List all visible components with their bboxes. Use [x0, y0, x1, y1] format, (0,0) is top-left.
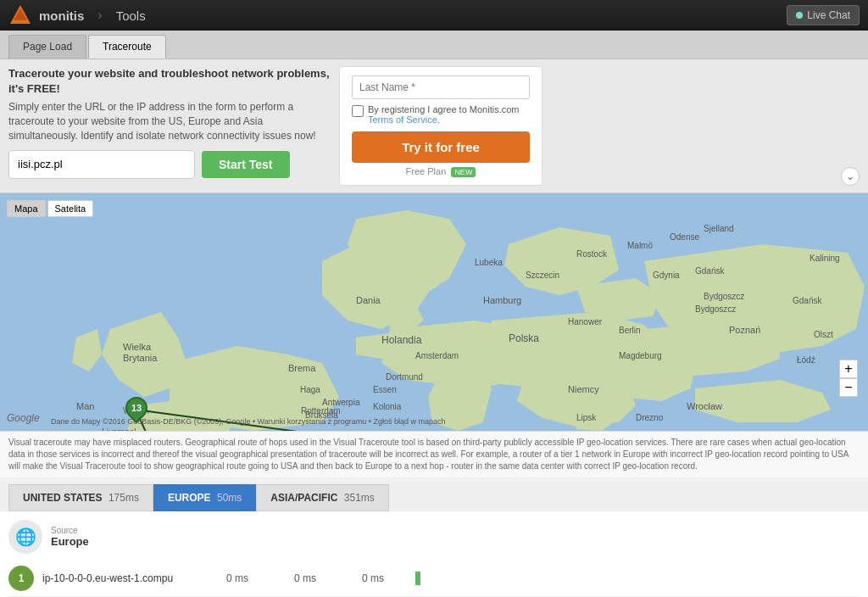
terms-row: By registering I agree to Monitis.com Te… — [352, 104, 530, 125]
svg-marker-15 — [517, 367, 636, 427]
result-tab-asia[interactable]: ASIA/PACIFIC 351ms — [256, 484, 389, 511]
map-area: Wielka Brytania ANGLIA WALIA Dania Holan… — [0, 193, 868, 431]
svg-text:Bydgoszcz: Bydgoszcz — [704, 292, 744, 301]
svg-marker-18 — [500, 359, 593, 388]
app-header: monitis › Tools Live Chat — [0, 0, 868, 31]
zoom-controls: + − — [839, 360, 858, 397]
svg-text:Gdynia: Gdynia — [653, 271, 680, 280]
svg-marker-13 — [644, 244, 865, 354]
collapse-button[interactable]: ⌄ — [841, 167, 860, 186]
svg-text:Lubeka: Lubeka — [475, 258, 503, 267]
svg-marker-16 — [356, 333, 398, 359]
top-panel: Traceroute your website and troubleshoot… — [0, 59, 868, 193]
terms-link[interactable]: Terms of Service. — [368, 114, 440, 125]
result-tab-us[interactable]: UNITED STATES 175ms — [8, 484, 153, 511]
svg-text:Sjelland: Sjelland — [704, 224, 734, 233]
hop-row-1: 1 ip-10-0-0-0.eu-west-1.compu 0 ms 0 ms … — [8, 561, 860, 597]
svg-text:Rostock: Rostock — [576, 249, 608, 259]
svg-text:Kolonia: Kolonia — [373, 402, 402, 411]
svg-marker-4 — [72, 329, 102, 371]
app-name: monitis — [39, 8, 84, 23]
try-free-button[interactable]: Try it for free — [352, 131, 530, 163]
satellite-view-button[interactable]: Satelita — [47, 200, 94, 217]
svg-text:Niemcy: Niemcy — [568, 384, 599, 394]
description-area: Traceroute your website and troubleshoot… — [8, 66, 331, 179]
live-chat-button[interactable]: Live Chat — [787, 5, 860, 25]
source-row: 🌐 Source Europe — [8, 520, 860, 554]
start-test-button[interactable]: Start Test — [202, 151, 290, 178]
map-view-button[interactable]: Mapa — [7, 200, 46, 217]
svg-marker-7 — [322, 236, 432, 329]
svg-text:Gdańsk: Gdańsk — [793, 296, 822, 305]
page-title: Tools — [116, 8, 146, 23]
svg-text:Odense: Odense — [670, 232, 699, 242]
svg-marker-19 — [504, 227, 619, 295]
last-name-input[interactable] — [352, 75, 530, 99]
svg-text:Polska: Polska — [509, 332, 539, 344]
svg-text:Rotterdam: Rotterdam — [301, 406, 341, 416]
svg-marker-12 — [576, 278, 661, 321]
hop-bar-1 — [415, 572, 420, 585]
description-body: Simply enter the URL or the IP address i… — [8, 100, 331, 142]
map-controls: Mapa Satelita — [7, 200, 93, 217]
hop-ip-1: ip-10-0-0-0.eu-west-1.compu — [34, 572, 203, 584]
marker-13-label: 13 — [131, 403, 142, 413]
svg-marker-22 — [576, 405, 619, 431]
header-separator: › — [97, 8, 102, 23]
svg-marker-23 — [695, 380, 831, 422]
hop-num-1: 1 — [8, 566, 34, 591]
svg-marker-17 — [470, 338, 542, 367]
url-input[interactable] — [8, 150, 195, 179]
svg-text:Dania: Dania — [356, 295, 381, 305]
traceroute-table: 🌐 Source Europe 1 ip-10-0-0-0.eu-west-1.… — [0, 511, 868, 597]
svg-text:Olszt: Olszt — [814, 330, 833, 339]
svg-text:Haga: Haga — [300, 385, 320, 394]
terms-checkbox[interactable] — [352, 105, 364, 117]
live-chat-label: Live Chat — [807, 9, 850, 21]
live-chat-indicator — [796, 12, 803, 19]
terms-text: By registering I agree to Monitis.com Te… — [368, 104, 530, 125]
map-copyright: Dane do Mapy ©2016 GeoBasis-DE/BKG (©200… — [51, 417, 445, 426]
svg-text:Łódź: Łódź — [797, 355, 815, 365]
results-tabs: UNITED STATES 175ms EUROPE 50ms ASIA/PAC… — [0, 477, 868, 511]
svg-text:Szczecin: Szczecin — [526, 271, 559, 280]
svg-text:Man: Man — [76, 401, 94, 411]
tabs-bar: Page Load Traceroute — [0, 31, 868, 59]
new-badge: NEW — [451, 167, 476, 177]
svg-text:Antwerpia: Antwerpia — [322, 398, 360, 407]
result-tab-europe[interactable]: EUROPE 50ms — [153, 484, 256, 511]
svg-text:Poznań: Poznań — [729, 325, 760, 335]
svg-text:Hamburg: Hamburg — [483, 295, 521, 305]
svg-text:Magdeburg: Magdeburg — [619, 351, 662, 360]
description-title: Traceroute your website and troubleshoot… — [8, 66, 331, 97]
svg-text:Brytania: Brytania — [123, 353, 158, 363]
svg-text:Malmö: Malmö — [627, 241, 653, 250]
source-icon: 🌐 — [8, 520, 42, 554]
free-plan-row: Free Plan NEW — [352, 166, 530, 176]
hop-ms1-1: 0 ms — [203, 572, 271, 584]
tab-traceroute[interactable]: Traceroute — [88, 35, 166, 59]
svg-text:Drezno: Drezno — [636, 413, 664, 422]
svg-marker-21 — [644, 321, 780, 376]
svg-text:Wrocław: Wrocław — [687, 401, 722, 411]
svg-text:Wielka: Wielka — [123, 342, 152, 352]
tab-page-load[interactable]: Page Load — [8, 35, 86, 59]
signup-panel: By registering I agree to Monitis.com Te… — [339, 66, 542, 186]
monitis-logo — [8, 3, 32, 27]
svg-marker-20 — [602, 350, 695, 401]
source-info: Source Europe — [51, 526, 89, 548]
map-svg: Wielka Brytania ANGLIA WALIA Dania Holan… — [0, 193, 868, 431]
zoom-out-button[interactable]: − — [839, 378, 858, 397]
logo-area: monitis › Tools — [8, 3, 146, 27]
svg-marker-3 — [102, 312, 186, 397]
svg-text:Lipsk: Lipsk — [576, 413, 597, 422]
svg-marker-9 — [390, 304, 424, 333]
zoom-in-button[interactable]: + — [839, 360, 858, 378]
svg-marker-11 — [492, 312, 661, 380]
svg-text:Essen: Essen — [373, 385, 397, 394]
hop-ms2-1: 0 ms — [271, 572, 339, 584]
svg-text:Liverpool: Liverpool — [102, 427, 136, 431]
svg-rect-2 — [0, 193, 868, 431]
svg-text:Amsterdam: Amsterdam — [415, 351, 459, 360]
svg-text:Kalining: Kalining — [810, 254, 840, 263]
